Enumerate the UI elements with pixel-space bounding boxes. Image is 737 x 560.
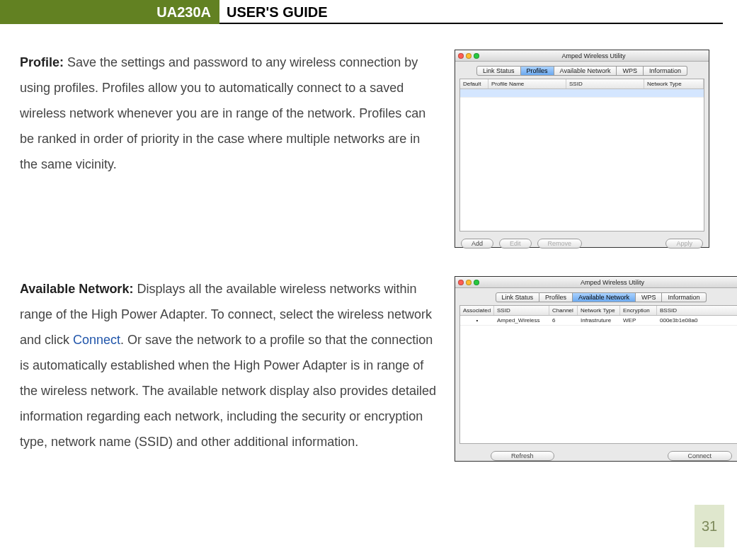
tab-link-status[interactable]: Link Status (476, 66, 521, 76)
cell-associated: • (460, 316, 494, 325)
remove-button[interactable]: Remove (537, 239, 583, 248)
cell-bssid: 000e3b1e08a0 (657, 316, 737, 325)
profiles-screenshot: Amped Wireless Utility Link Status Profi… (455, 50, 709, 248)
available-network-label: Available Network: (20, 282, 133, 296)
button-row: Refresh Connect (455, 447, 737, 467)
window-title: Amped Wireless Utility (481, 52, 706, 59)
tab-information[interactable]: Information (662, 292, 706, 302)
profiles-table: Default Profile Name SSID Network Type (459, 79, 704, 232)
window-title: Amped Wireless Utility (481, 279, 737, 286)
col-associated: Associated (460, 306, 494, 315)
table-header: Default Profile Name SSID Network Type (460, 79, 704, 89)
tab-information[interactable]: Information (644, 66, 687, 76)
col-network-type: Network Type (578, 306, 620, 315)
networks-table: Associated SSID Channel Network Type Enc… (459, 305, 737, 444)
connect-button[interactable]: Connect (668, 451, 733, 461)
table-row[interactable] (460, 89, 704, 98)
button-row: Add Edit Remove Apply (455, 234, 709, 254)
section-profile: Profile: Save the settings and password … (20, 50, 717, 248)
close-light-icon (458, 280, 464, 285)
col-encryption: Encryption (620, 306, 657, 315)
zoom-light-icon (474, 280, 479, 285)
minimize-light-icon (466, 53, 472, 59)
window-titlebar: Amped Wireless Utility (455, 50, 709, 62)
connect-link-text: Connect (73, 333, 120, 347)
col-profile-name: Profile Name (489, 79, 566, 88)
refresh-button[interactable]: Refresh (491, 451, 554, 461)
minimize-light-icon (466, 280, 472, 285)
doc-title: USER'S GUIDE (227, 0, 328, 24)
tab-profiles[interactable]: Profiles (521, 66, 554, 76)
page-header: UA230A USER'S GUIDE (0, 0, 723, 24)
table-row[interactable]: • Amped_Wireless 6 Infrastruture WEP 000… (460, 316, 737, 326)
available-network-body-b: . Or save the network to a profile so th… (20, 333, 436, 449)
cell-ssid: Amped_Wireless (494, 316, 549, 325)
table-header: Associated SSID Channel Network Type Enc… (460, 306, 737, 316)
window-titlebar: Amped Wireless Utility (455, 277, 737, 288)
col-channel: Channel (549, 306, 578, 315)
zoom-light-icon (474, 53, 479, 59)
profile-text: Profile: Save the settings and password … (20, 50, 438, 177)
tab-bar: Link Status Profiles Available Network W… (455, 62, 709, 76)
page-content: Profile: Save the settings and password … (0, 24, 737, 462)
profile-label: Profile: (20, 55, 64, 69)
available-network-text: Available Network: Displays all the avai… (20, 276, 438, 455)
col-default: Default (460, 79, 489, 88)
add-button[interactable]: Add (461, 239, 493, 248)
tab-bar: Link Status Profiles Available Network W… (455, 288, 737, 302)
cell-network-type: Infrastruture (578, 316, 620, 325)
tab-available-network[interactable]: Available Network (573, 292, 636, 302)
col-bssid: BSSID (657, 306, 737, 315)
close-light-icon (458, 53, 464, 59)
apply-button[interactable]: Apply (665, 239, 703, 248)
tab-wps[interactable]: WPS (617, 66, 644, 76)
profile-body: Save the settings and password to any wi… (20, 55, 425, 171)
section-available-network: Available Network: Displays all the avai… (20, 276, 717, 462)
available-network-screenshot: Amped Wireless Utility Link Status Profi… (455, 276, 737, 462)
cell-channel: 6 (549, 316, 578, 325)
cell-encryption: WEP (620, 316, 657, 325)
tab-wps[interactable]: WPS (636, 292, 663, 302)
edit-button[interactable]: Edit (499, 239, 532, 248)
page-number: 31 (695, 505, 724, 547)
tab-available-network[interactable]: Available Network (554, 66, 617, 76)
col-ssid: SSID (566, 79, 644, 88)
col-network-type: Network Type (644, 79, 704, 88)
col-ssid: SSID (494, 306, 549, 315)
tab-profiles[interactable]: Profiles (539, 292, 573, 302)
model-badge: UA230A (0, 0, 219, 24)
tab-link-status[interactable]: Link Status (496, 292, 540, 302)
